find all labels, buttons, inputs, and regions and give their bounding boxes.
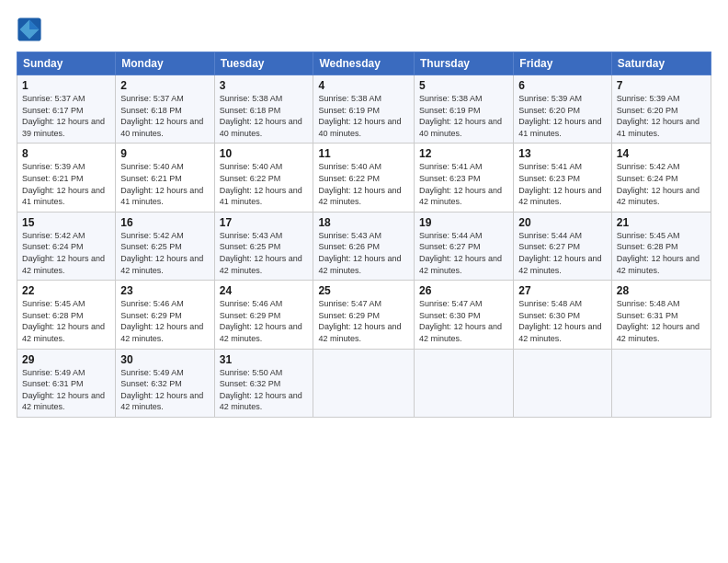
logo <box>17 17 46 42</box>
calendar-cell <box>611 349 711 417</box>
day-number: 19 <box>419 216 508 229</box>
calendar-header-tuesday: Tuesday <box>214 52 313 75</box>
day-number: 20 <box>518 216 607 229</box>
day-number: 30 <box>120 353 209 366</box>
calendar-week-row: 15Sunrise: 5:42 AMSunset: 6:24 PMDayligh… <box>17 212 711 280</box>
day-number: 9 <box>120 147 209 160</box>
day-info: Sunrise: 5:44 AMSunset: 6:27 PMDaylight:… <box>419 231 502 275</box>
day-info: Sunrise: 5:47 AMSunset: 6:29 PMDaylight:… <box>318 299 401 343</box>
calendar-cell: 14Sunrise: 5:42 AMSunset: 6:24 PMDayligh… <box>611 144 711 212</box>
calendar-cell: 29Sunrise: 5:49 AMSunset: 6:31 PMDayligh… <box>17 349 116 417</box>
calendar-week-row: 8Sunrise: 5:39 AMSunset: 6:21 PMDaylight… <box>17 144 711 212</box>
calendar-table: SundayMondayTuesdayWednesdayThursdayFrid… <box>17 52 711 418</box>
calendar-header-row: SundayMondayTuesdayWednesdayThursdayFrid… <box>17 52 711 75</box>
day-info: Sunrise: 5:47 AMSunset: 6:30 PMDaylight:… <box>419 299 502 343</box>
calendar-cell <box>514 349 612 417</box>
calendar-cell: 24Sunrise: 5:46 AMSunset: 6:29 PMDayligh… <box>214 281 313 349</box>
calendar-cell: 30Sunrise: 5:49 AMSunset: 6:32 PMDayligh… <box>116 349 214 417</box>
calendar-header-friday: Friday <box>514 52 612 75</box>
day-number: 6 <box>518 79 607 92</box>
day-info: Sunrise: 5:42 AMSunset: 6:24 PMDaylight:… <box>617 162 700 206</box>
day-info: Sunrise: 5:41 AMSunset: 6:23 PMDaylight:… <box>518 162 601 206</box>
calendar-header-wednesday: Wednesday <box>313 52 415 75</box>
day-info: Sunrise: 5:46 AMSunset: 6:29 PMDaylight:… <box>220 299 302 343</box>
day-info: Sunrise: 5:41 AMSunset: 6:23 PMDaylight:… <box>419 162 502 206</box>
calendar-cell: 11Sunrise: 5:40 AMSunset: 6:22 PMDayligh… <box>313 144 415 212</box>
calendar-cell: 7Sunrise: 5:39 AMSunset: 6:20 PMDaylight… <box>611 75 711 144</box>
day-number: 26 <box>419 284 508 297</box>
calendar-cell: 6Sunrise: 5:39 AMSunset: 6:20 PMDaylight… <box>514 75 612 144</box>
calendar-cell: 10Sunrise: 5:40 AMSunset: 6:22 PMDayligh… <box>214 144 313 212</box>
header <box>17 17 711 42</box>
calendar-cell: 9Sunrise: 5:40 AMSunset: 6:21 PMDaylight… <box>116 144 214 212</box>
day-info: Sunrise: 5:42 AMSunset: 6:24 PMDaylight:… <box>22 231 105 275</box>
calendar-cell: 8Sunrise: 5:39 AMSunset: 6:21 PMDaylight… <box>17 144 116 212</box>
day-info: Sunrise: 5:48 AMSunset: 6:31 PMDaylight:… <box>617 299 700 343</box>
day-number: 28 <box>617 284 706 297</box>
day-number: 14 <box>617 147 706 160</box>
calendar-cell: 1Sunrise: 5:37 AMSunset: 6:17 PMDaylight… <box>17 75 116 144</box>
calendar-cell: 15Sunrise: 5:42 AMSunset: 6:24 PMDayligh… <box>17 212 116 280</box>
calendar-cell: 27Sunrise: 5:48 AMSunset: 6:30 PMDayligh… <box>514 281 612 349</box>
calendar-header-thursday: Thursday <box>415 52 514 75</box>
logo-icon <box>17 17 42 42</box>
calendar-header-sunday: Sunday <box>17 52 116 75</box>
day-info: Sunrise: 5:45 AMSunset: 6:28 PMDaylight:… <box>22 299 105 343</box>
day-number: 8 <box>22 147 110 160</box>
day-info: Sunrise: 5:50 AMSunset: 6:32 PMDaylight:… <box>220 368 302 412</box>
calendar-week-row: 29Sunrise: 5:49 AMSunset: 6:31 PMDayligh… <box>17 349 711 417</box>
day-number: 23 <box>120 284 209 297</box>
day-info: Sunrise: 5:48 AMSunset: 6:30 PMDaylight:… <box>518 299 601 343</box>
day-info: Sunrise: 5:40 AMSunset: 6:21 PMDaylight:… <box>120 162 203 206</box>
day-number: 3 <box>220 79 309 92</box>
calendar-week-row: 22Sunrise: 5:45 AMSunset: 6:28 PMDayligh… <box>17 281 711 349</box>
day-number: 27 <box>518 284 607 297</box>
calendar-cell: 26Sunrise: 5:47 AMSunset: 6:30 PMDayligh… <box>415 281 514 349</box>
day-number: 22 <box>22 284 110 297</box>
day-number: 16 <box>120 216 209 229</box>
page: SundayMondayTuesdayWednesdayThursdayFrid… <box>0 0 728 563</box>
day-number: 1 <box>22 79 110 92</box>
day-info: Sunrise: 5:40 AMSunset: 6:22 PMDaylight:… <box>318 162 401 206</box>
day-number: 5 <box>419 79 508 92</box>
day-info: Sunrise: 5:46 AMSunset: 6:29 PMDaylight:… <box>120 299 203 343</box>
day-number: 13 <box>518 147 607 160</box>
day-number: 31 <box>220 353 309 366</box>
day-info: Sunrise: 5:49 AMSunset: 6:32 PMDaylight:… <box>120 368 203 412</box>
day-number: 29 <box>22 353 110 366</box>
calendar-cell: 23Sunrise: 5:46 AMSunset: 6:29 PMDayligh… <box>116 281 214 349</box>
day-number: 7 <box>617 79 706 92</box>
calendar-header-saturday: Saturday <box>611 52 711 75</box>
day-number: 2 <box>120 79 209 92</box>
day-info: Sunrise: 5:43 AMSunset: 6:25 PMDaylight:… <box>220 231 302 275</box>
day-number: 12 <box>419 147 508 160</box>
calendar-cell: 19Sunrise: 5:44 AMSunset: 6:27 PMDayligh… <box>415 212 514 280</box>
calendar-cell: 31Sunrise: 5:50 AMSunset: 6:32 PMDayligh… <box>214 349 313 417</box>
calendar-cell: 28Sunrise: 5:48 AMSunset: 6:31 PMDayligh… <box>611 281 711 349</box>
calendar-cell: 21Sunrise: 5:45 AMSunset: 6:28 PMDayligh… <box>611 212 711 280</box>
calendar-week-row: 1Sunrise: 5:37 AMSunset: 6:17 PMDaylight… <box>17 75 711 144</box>
day-number: 17 <box>220 216 309 229</box>
day-number: 15 <box>22 216 110 229</box>
day-info: Sunrise: 5:45 AMSunset: 6:28 PMDaylight:… <box>617 231 700 275</box>
calendar-cell: 25Sunrise: 5:47 AMSunset: 6:29 PMDayligh… <box>313 281 415 349</box>
day-info: Sunrise: 5:43 AMSunset: 6:26 PMDaylight:… <box>318 231 401 275</box>
day-number: 21 <box>617 216 706 229</box>
day-number: 4 <box>318 79 409 92</box>
calendar-cell <box>415 349 514 417</box>
calendar-cell <box>313 349 415 417</box>
day-number: 24 <box>220 284 309 297</box>
day-number: 10 <box>220 147 309 160</box>
calendar-cell: 13Sunrise: 5:41 AMSunset: 6:23 PMDayligh… <box>514 144 612 212</box>
day-info: Sunrise: 5:44 AMSunset: 6:27 PMDaylight:… <box>518 231 601 275</box>
day-info: Sunrise: 5:42 AMSunset: 6:25 PMDaylight:… <box>120 231 203 275</box>
day-number: 18 <box>318 216 409 229</box>
day-info: Sunrise: 5:40 AMSunset: 6:22 PMDaylight:… <box>220 162 302 206</box>
calendar-cell: 3Sunrise: 5:38 AMSunset: 6:18 PMDaylight… <box>214 75 313 144</box>
calendar-cell: 20Sunrise: 5:44 AMSunset: 6:27 PMDayligh… <box>514 212 612 280</box>
day-info: Sunrise: 5:38 AMSunset: 6:18 PMDaylight:… <box>220 94 302 138</box>
day-info: Sunrise: 5:49 AMSunset: 6:31 PMDaylight:… <box>22 368 105 412</box>
day-number: 25 <box>318 284 409 297</box>
calendar-cell: 12Sunrise: 5:41 AMSunset: 6:23 PMDayligh… <box>415 144 514 212</box>
day-info: Sunrise: 5:37 AMSunset: 6:18 PMDaylight:… <box>120 94 203 138</box>
